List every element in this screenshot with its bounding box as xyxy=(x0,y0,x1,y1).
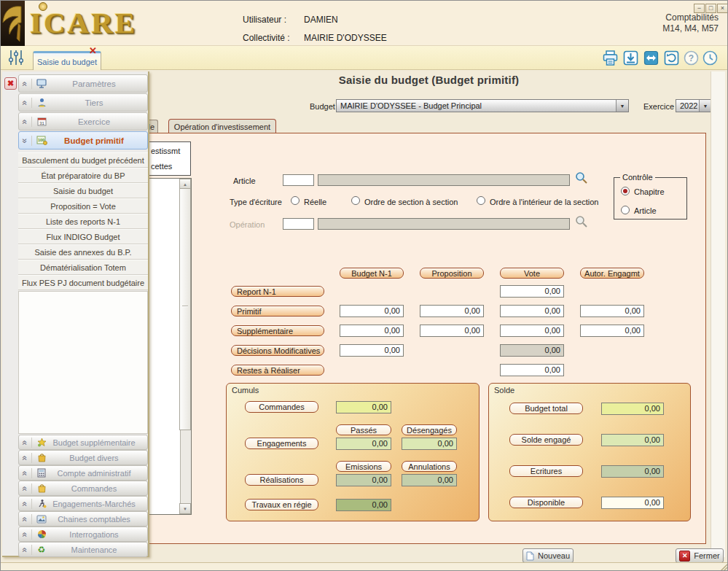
article-search-icon[interactable] xyxy=(574,171,589,188)
cumuls-title: Cumuls xyxy=(232,386,259,395)
tab-operation-investissement[interactable]: Opération d'investissement xyxy=(168,119,276,133)
chevron-up-icon: « xyxy=(19,468,32,478)
chevron-down-icon[interactable]: ▼ xyxy=(616,100,628,112)
sidebar-section-exercice[interactable]: « 31 Exercice xyxy=(18,112,148,131)
budget-select[interactable]: MAIRIE D'ODYSSEE - Budget Principal ▼ xyxy=(336,99,629,112)
sidebar-item-proposition-vote[interactable]: Proposition = Vote xyxy=(18,198,148,214)
budget-select-value: MAIRIE D'ODYSSEE - Budget Principal xyxy=(337,101,482,110)
sidebar-item-liste-reports[interactable]: Liste des reports N-1 xyxy=(18,214,148,229)
svg-text:100: 100 xyxy=(37,138,44,142)
sidebar-section-budget-primitif[interactable]: » 100 Budget primitif xyxy=(18,131,148,149)
sidebar-item-dematerialisation[interactable]: Dématérialisation Totem xyxy=(18,260,148,275)
operation-search-icon[interactable] xyxy=(574,214,589,232)
sidebar-item-basculement[interactable]: Basculement du budget précédent xyxy=(18,152,148,168)
field-primitif-autor[interactable]: 0,00 xyxy=(580,305,644,317)
article-code-input[interactable] xyxy=(283,174,314,186)
sidebar-section-maintenance[interactable]: « ♻ Maintenance xyxy=(18,542,148,557)
tab-active-label: Opération d'investissement xyxy=(174,123,270,131)
row-header-restes-a-realiser: Restes à Réaliser xyxy=(231,365,324,376)
cumuls-travaux-value: 0,00 xyxy=(336,499,391,511)
sidebar-section-budget-divers[interactable]: « Budget divers xyxy=(18,450,148,465)
bag-icon xyxy=(32,483,51,493)
radio-ordre-interieur[interactable] xyxy=(477,196,485,205)
radio-controle-chapitre[interactable] xyxy=(621,187,630,195)
cumuls-realisations-emissions: 0,00 xyxy=(336,474,391,486)
chevron-up-icon: « xyxy=(19,117,32,127)
nouveau-label: Nouveau xyxy=(538,551,570,560)
field-decisions-budget-n1[interactable]: 0,00 xyxy=(340,344,404,357)
svg-text:31: 31 xyxy=(39,121,44,125)
sidebar-close-icon[interactable]: ✖ xyxy=(4,77,17,90)
sidebar-section-commandes[interactable]: « Commandes xyxy=(18,481,148,496)
sidebar-section-tiers[interactable]: « Tiers xyxy=(18,93,148,112)
sidebar-section-chaines-comptables[interactable]: « Chaines comptables xyxy=(18,511,148,527)
sidebar-section-compte-administratif[interactable]: « Compte administratif xyxy=(18,465,148,481)
exercice-select[interactable]: 2022 ▼ xyxy=(676,99,712,112)
sidebar-item-label: État préparatoire du BP xyxy=(42,171,125,180)
sidebar-section-engagements-marches[interactable]: « Engagements-Marchés xyxy=(18,496,148,511)
bag-icon xyxy=(32,453,51,462)
app-logo: ICARE xyxy=(30,5,137,40)
field-primitif-proposition[interactable]: 0,00 xyxy=(420,305,484,317)
chevron-down-icon: » xyxy=(19,136,32,146)
sliders-icon[interactable] xyxy=(7,48,25,66)
section-info-line2: cettes xyxy=(151,162,172,171)
sidebar-item-label: Liste des reports N-1 xyxy=(46,217,120,226)
chevron-down-icon[interactable]: ▼ xyxy=(699,100,711,112)
sidebar-item-saisie-annexes[interactable]: Saisie des annexes du B.P. xyxy=(18,244,148,260)
sidebar-item-etat-preparatoire[interactable]: État préparatoire du BP xyxy=(18,168,148,183)
navigation-sidebar: ✖ « Paramètres « Tiers « 31 Exercice » xyxy=(2,71,149,557)
nouveau-button[interactable]: Nouveau xyxy=(522,548,574,563)
field-restes-vote[interactable]: 0,00 xyxy=(500,364,564,376)
sidebar-section-parametres[interactable]: « Paramètres xyxy=(18,74,148,93)
radio-controle-article[interactable] xyxy=(621,206,630,214)
col-header-autor-engagmt: Autor. Engagmt xyxy=(580,268,644,279)
sidebar-section-label: Budget divers xyxy=(51,454,147,462)
sidebar-item-saisie-du-budget[interactable]: Saisie du budget xyxy=(18,183,148,198)
radio-ordre-section[interactable] xyxy=(351,196,360,205)
document-tab-bar: Saisie du budget ✕ xyxy=(1,46,727,70)
sidebar-item-flux-pes[interactable]: Flux PES PJ document budgétaire xyxy=(18,275,148,290)
solde-engage-label: Solde engagé xyxy=(509,434,583,446)
maximize-button[interactable]: □ xyxy=(705,4,716,13)
sidebar-section-budget-supplementaire[interactable]: « Budget supplémentaire xyxy=(18,435,148,450)
sidebar-section-interrogations[interactable]: « Interrogations xyxy=(18,527,148,542)
fermer-label: Fermer xyxy=(694,551,719,560)
field-primitif-vote[interactable]: 0,00 xyxy=(500,305,564,317)
radio-reelle[interactable] xyxy=(291,196,300,205)
field-primitif-budget-n1[interactable]: 0,00 xyxy=(340,305,404,317)
solde-groupbox: Solde Budget total 0,00 Solde engagé 0,0… xyxy=(488,383,691,521)
transfer-icon[interactable] xyxy=(642,49,660,67)
sidebar-item-flux-indigo[interactable]: Flux INDIGO Budget xyxy=(18,229,148,244)
field-supplementaire-budget-n1[interactable]: 0,00 xyxy=(340,325,404,337)
field-supplementaire-proposition[interactable]: 0,00 xyxy=(420,325,484,337)
controle-groupbox: Contrôle Chapitre Article xyxy=(614,177,687,220)
scrollbar-thumb[interactable] xyxy=(179,188,191,430)
calculator-icon xyxy=(32,468,51,478)
export-icon[interactable] xyxy=(622,49,640,67)
wing-icon xyxy=(1,1,25,46)
cumuls-commandes-value: 0,00 xyxy=(336,401,391,413)
history-icon[interactable] xyxy=(701,49,719,67)
close-button[interactable]: × xyxy=(717,4,728,13)
printer-icon[interactable] xyxy=(601,49,619,67)
field-report-vote[interactable]: 0,00 xyxy=(500,285,564,298)
fermer-button[interactable]: ✕ Fermer xyxy=(676,548,724,563)
sidebar-section-label: Maintenance xyxy=(51,545,147,554)
help-icon[interactable]: ? xyxy=(682,49,700,67)
minimize-button[interactable]: − xyxy=(694,4,705,13)
cumuls-commandes-label: Commandes xyxy=(245,401,318,413)
tab-close-icon[interactable]: ✕ xyxy=(89,46,97,55)
scroll-down-icon[interactable]: ▼ xyxy=(179,503,191,514)
operation-code-input[interactable] xyxy=(283,218,314,230)
capture-icon[interactable] xyxy=(662,49,681,67)
picture-icon xyxy=(32,515,51,524)
field-supplementaire-vote[interactable]: 0,00 xyxy=(500,325,564,337)
radio-controle-chapitre-label: Chapitre xyxy=(634,187,665,196)
resize-grip[interactable] xyxy=(718,562,727,571)
person-icon xyxy=(32,98,51,107)
chevron-up-icon: « xyxy=(19,514,32,524)
chevron-up-icon: « xyxy=(19,529,32,540)
solde-ecritures-label: Ecritures xyxy=(509,465,583,477)
field-supplementaire-autor[interactable]: 0,00 xyxy=(580,325,644,337)
